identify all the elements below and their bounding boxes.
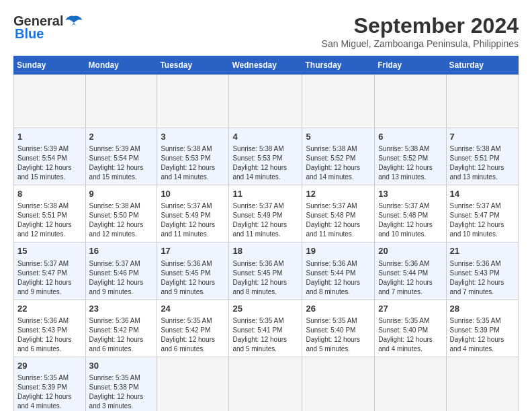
table-row: 14Sunrise: 5:37 AMSunset: 5:47 PMDayligh… (446, 185, 518, 242)
table-row: 26Sunrise: 5:35 AMSunset: 5:40 PMDayligh… (302, 300, 375, 357)
day-info: Sunrise: 5:37 AMSunset: 5:48 PMDaylight:… (306, 201, 371, 239)
day-info: Sunrise: 5:37 AMSunset: 5:49 PMDaylight:… (161, 201, 225, 239)
day-number: 16 (89, 245, 154, 257)
table-row: 20Sunrise: 5:36 AMSunset: 5:44 PMDayligh… (375, 242, 446, 300)
day-number: 23 (89, 303, 154, 315)
day-number: 29 (17, 360, 82, 372)
logo: General Blue (13, 13, 83, 42)
table-row (302, 75, 375, 128)
day-info: Sunrise: 5:35 AMSunset: 5:39 PMDaylight:… (450, 316, 515, 354)
day-info: Sunrise: 5:39 AMSunset: 5:54 PMDaylight:… (17, 144, 82, 182)
calendar-table: Sunday Monday Tuesday Wednesday Thursday… (13, 56, 519, 411)
table-row: 25Sunrise: 5:35 AMSunset: 5:41 PMDayligh… (229, 300, 302, 357)
table-row: 10Sunrise: 5:37 AMSunset: 5:49 PMDayligh… (157, 185, 229, 242)
day-number: 1 (17, 131, 82, 143)
day-info: Sunrise: 5:36 AMSunset: 5:44 PMDaylight:… (378, 259, 442, 297)
day-number: 20 (378, 245, 442, 257)
table-row: 15Sunrise: 5:37 AMSunset: 5:47 PMDayligh… (14, 242, 86, 300)
day-info: Sunrise: 5:38 AMSunset: 5:53 PMDaylight:… (232, 144, 298, 182)
table-row (85, 75, 157, 128)
day-info: Sunrise: 5:37 AMSunset: 5:46 PMDaylight:… (89, 259, 154, 297)
table-row: 28Sunrise: 5:35 AMSunset: 5:39 PMDayligh… (446, 300, 518, 357)
table-row: 2Sunrise: 5:39 AMSunset: 5:54 PMDaylight… (85, 128, 157, 185)
table-row: 21Sunrise: 5:36 AMSunset: 5:43 PMDayligh… (446, 242, 518, 300)
day-info: Sunrise: 5:37 AMSunset: 5:47 PMDaylight:… (17, 259, 82, 297)
day-info: Sunrise: 5:38 AMSunset: 5:52 PMDaylight:… (306, 144, 371, 182)
table-row (446, 75, 518, 128)
day-info: Sunrise: 5:37 AMSunset: 5:49 PMDaylight:… (232, 201, 298, 239)
table-row (446, 357, 518, 411)
header-friday: Friday (375, 56, 446, 75)
calendar-week-5: 29Sunrise: 5:35 AMSunset: 5:39 PMDayligh… (14, 357, 519, 411)
day-info: Sunrise: 5:35 AMSunset: 5:40 PMDaylight:… (306, 316, 371, 354)
table-row: 16Sunrise: 5:37 AMSunset: 5:46 PMDayligh… (85, 242, 157, 300)
month-year-title: September 2024 (322, 13, 519, 38)
day-number: 27 (378, 303, 442, 315)
day-info: Sunrise: 5:36 AMSunset: 5:43 PMDaylight:… (450, 259, 515, 297)
table-row: 13Sunrise: 5:37 AMSunset: 5:48 PMDayligh… (375, 185, 446, 242)
day-number: 9 (89, 188, 154, 200)
day-info: Sunrise: 5:38 AMSunset: 5:51 PMDaylight:… (17, 201, 82, 239)
day-info: Sunrise: 5:36 AMSunset: 5:45 PMDaylight:… (161, 259, 225, 297)
logo-blue: Blue (13, 26, 44, 42)
header-tuesday: Tuesday (157, 56, 229, 75)
calendar-week-0 (14, 75, 519, 128)
table-row: 7Sunrise: 5:38 AMSunset: 5:51 PMDaylight… (446, 128, 518, 185)
calendar-week-1: 1Sunrise: 5:39 AMSunset: 5:54 PMDaylight… (14, 128, 519, 185)
day-info: Sunrise: 5:37 AMSunset: 5:48 PMDaylight:… (378, 201, 442, 239)
day-number: 10 (161, 188, 225, 200)
table-row: 11Sunrise: 5:37 AMSunset: 5:49 PMDayligh… (229, 185, 302, 242)
day-number: 25 (232, 303, 298, 315)
calendar-week-3: 15Sunrise: 5:37 AMSunset: 5:47 PMDayligh… (14, 242, 519, 300)
day-info: Sunrise: 5:38 AMSunset: 5:51 PMDaylight:… (450, 144, 515, 182)
table-row: 30Sunrise: 5:35 AMSunset: 5:38 PMDayligh… (85, 357, 157, 411)
day-number: 7 (450, 131, 515, 143)
table-row (157, 357, 229, 411)
logo-bird-icon (64, 15, 83, 28)
day-number: 14 (450, 188, 515, 200)
day-number: 6 (378, 131, 442, 143)
table-row (229, 75, 302, 128)
day-number: 28 (450, 303, 515, 315)
location-subtitle: San Miguel, Zamboanga Peninsula, Philipp… (322, 38, 519, 49)
table-row: 12Sunrise: 5:37 AMSunset: 5:48 PMDayligh… (302, 185, 375, 242)
table-row: 3Sunrise: 5:38 AMSunset: 5:53 PMDaylight… (157, 128, 229, 185)
calendar-week-4: 22Sunrise: 5:36 AMSunset: 5:43 PMDayligh… (14, 300, 519, 357)
header-sunday: Sunday (14, 56, 86, 75)
day-info: Sunrise: 5:37 AMSunset: 5:47 PMDaylight:… (450, 201, 515, 239)
day-info: Sunrise: 5:36 AMSunset: 5:42 PMDaylight:… (89, 316, 154, 354)
header-thursday: Thursday (302, 56, 375, 75)
day-number: 18 (232, 245, 298, 257)
day-number: 12 (306, 188, 371, 200)
table-row: 22Sunrise: 5:36 AMSunset: 5:43 PMDayligh… (14, 300, 86, 357)
day-number: 3 (161, 131, 225, 143)
day-info: Sunrise: 5:35 AMSunset: 5:41 PMDaylight:… (232, 316, 298, 354)
table-row: 18Sunrise: 5:36 AMSunset: 5:45 PMDayligh… (229, 242, 302, 300)
day-info: Sunrise: 5:35 AMSunset: 5:42 PMDaylight:… (161, 316, 225, 354)
header-monday: Monday (85, 56, 157, 75)
day-number: 30 (89, 360, 154, 372)
table-row (375, 357, 446, 411)
table-row: 9Sunrise: 5:38 AMSunset: 5:50 PMDaylight… (85, 185, 157, 242)
day-number: 17 (161, 245, 225, 257)
table-row: 17Sunrise: 5:36 AMSunset: 5:45 PMDayligh… (157, 242, 229, 300)
day-number: 15 (17, 245, 82, 257)
title-area: September 2024 San Miguel, Zamboanga Pen… (322, 13, 519, 49)
day-info: Sunrise: 5:35 AMSunset: 5:39 PMDaylight:… (17, 373, 82, 411)
table-row: 5Sunrise: 5:38 AMSunset: 5:52 PMDaylight… (302, 128, 375, 185)
day-info: Sunrise: 5:38 AMSunset: 5:53 PMDaylight:… (161, 144, 225, 182)
day-number: 8 (17, 188, 82, 200)
day-number: 4 (232, 131, 298, 143)
day-number: 2 (89, 131, 154, 143)
table-row (157, 75, 229, 128)
header-wednesday: Wednesday (229, 56, 302, 75)
calendar-header-row: Sunday Monday Tuesday Wednesday Thursday… (14, 56, 519, 75)
table-row: 6Sunrise: 5:38 AMSunset: 5:52 PMDaylight… (375, 128, 446, 185)
table-row: 23Sunrise: 5:36 AMSunset: 5:42 PMDayligh… (85, 300, 157, 357)
header: General Blue September 2024 San Miguel, … (13, 13, 519, 49)
table-row: 1Sunrise: 5:39 AMSunset: 5:54 PMDaylight… (14, 128, 86, 185)
day-info: Sunrise: 5:35 AMSunset: 5:40 PMDaylight:… (378, 316, 442, 354)
day-info: Sunrise: 5:36 AMSunset: 5:44 PMDaylight:… (306, 259, 371, 297)
table-row: 4Sunrise: 5:38 AMSunset: 5:53 PMDaylight… (229, 128, 302, 185)
day-info: Sunrise: 5:38 AMSunset: 5:52 PMDaylight:… (378, 144, 442, 182)
